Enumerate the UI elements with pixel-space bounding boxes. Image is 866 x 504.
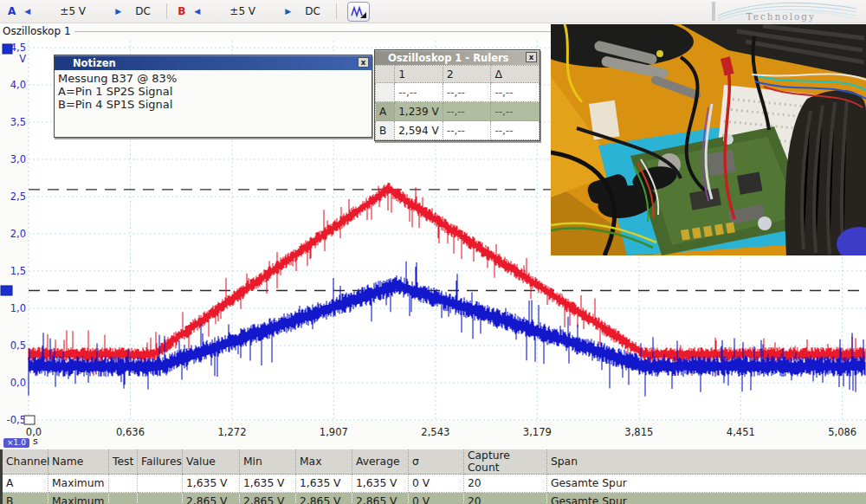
waveform-icon bbox=[350, 4, 367, 20]
measurement-col-header[interactable]: Capture Count bbox=[464, 449, 547, 475]
rulers-col-header bbox=[376, 66, 395, 83]
logo-text: Technology bbox=[746, 11, 816, 22]
x-tick-label: 5,086 bbox=[828, 426, 856, 438]
ruler-value: --,-- bbox=[491, 102, 540, 121]
ruler-handle-parked[interactable] bbox=[3, 44, 12, 54]
y-tick-label: 3,0 bbox=[10, 153, 26, 165]
measurement-cell: 1,635 V bbox=[352, 475, 409, 493]
rulers-col-header: 2 bbox=[443, 66, 491, 83]
x-tick-label: 2,543 bbox=[421, 426, 449, 438]
measurement-row[interactable]: AMaximum1,635 V1,635 V1,635 V1,635 V0 V2… bbox=[2, 475, 866, 493]
ruler-row[interactable]: A1,239 V--,----,-- bbox=[376, 102, 540, 121]
notes-window-titlebar[interactable]: Notizen x bbox=[55, 55, 372, 70]
channel-a-coupling-select[interactable]: DC bbox=[130, 5, 156, 17]
ruler-value: 1,239 V bbox=[395, 102, 443, 121]
x-tick-label: 1,907 bbox=[320, 426, 348, 438]
measurement-cell: 0 V bbox=[409, 493, 464, 504]
rulers-col-header: 1 bbox=[395, 66, 443, 83]
rulers-window: Oszilloskop 1 - Rulers x 12Δ --,----,---… bbox=[374, 49, 540, 141]
measurement-cell: 1,635 V bbox=[296, 475, 352, 493]
y-tick-label: 3,5 bbox=[10, 116, 26, 128]
channel-a-range-select[interactable]: ±5 V bbox=[39, 5, 107, 17]
y-tick-label: 0,0 bbox=[10, 377, 26, 389]
x-tick-label: 1,272 bbox=[218, 426, 247, 438]
x-tick-label: 4,451 bbox=[727, 426, 755, 438]
measurements-panel: ChannelNameTestFailuresValueMinMaxAverag… bbox=[0, 449, 866, 504]
measurement-cell: 1,635 V bbox=[183, 475, 240, 493]
ruler-value: --,-- bbox=[491, 121, 540, 140]
waveform-mode-button[interactable] bbox=[347, 2, 370, 22]
measurement-col-header[interactable]: Average bbox=[352, 449, 409, 475]
measurement-cell: 20 bbox=[464, 475, 547, 493]
channel-b-range-down-icon[interactable]: ◀ bbox=[191, 7, 204, 16]
y-tick-label: -0,5 bbox=[7, 414, 26, 426]
notes-window: Notizen x Messung B37 @ 83% A=Pin 1 SP2S… bbox=[54, 55, 372, 138]
channel-a-range-down-icon[interactable]: ◀ bbox=[21, 7, 34, 16]
y-tick-label: 1,0 bbox=[10, 302, 26, 314]
measurement-cell bbox=[109, 493, 138, 504]
measurement-cell: 1,635 V bbox=[240, 475, 296, 493]
measurement-cell: B bbox=[2, 493, 48, 504]
measurement-cell: 0 V bbox=[409, 475, 464, 493]
measurement-cell: 2,865 V bbox=[296, 493, 352, 504]
measurement-col-header[interactable]: Span bbox=[547, 449, 866, 475]
channel-a-range-up-icon[interactable]: ▶ bbox=[112, 7, 125, 16]
y-tick-label: 4,0 bbox=[10, 79, 26, 91]
measurement-cell bbox=[138, 475, 183, 493]
ruler-channel: B bbox=[376, 121, 395, 140]
ruler-channel bbox=[376, 83, 395, 102]
measurement-cell bbox=[109, 475, 138, 493]
measurement-col-header[interactable]: Failures bbox=[138, 449, 183, 475]
measurement-cell: Gesamte Spur bbox=[547, 493, 866, 504]
y-tick-label: 0,5 bbox=[10, 339, 26, 352]
measurement-col-header[interactable]: Name bbox=[48, 449, 109, 475]
measurement-cell: A bbox=[2, 475, 48, 493]
scope-panel-title: Oszilloskop 1 bbox=[3, 25, 74, 37]
measurement-cell: 2,865 V bbox=[240, 493, 296, 504]
y-tick-label: 2,5 bbox=[10, 191, 26, 203]
channel-b-coupling-select[interactable]: DC bbox=[300, 5, 326, 17]
ruler-value: --,-- bbox=[491, 83, 540, 102]
measurement-col-header[interactable]: Min bbox=[240, 449, 296, 475]
measurement-cell bbox=[138, 493, 183, 504]
ruler-channel: A bbox=[376, 102, 395, 121]
photo-inset bbox=[551, 24, 866, 255]
toolbar-separator bbox=[166, 3, 167, 19]
notes-window-title: Notizen bbox=[73, 57, 116, 69]
rulers-close-icon[interactable]: x bbox=[526, 52, 537, 62]
ruler-value: 2,594 V bbox=[395, 121, 443, 140]
ruler-row[interactable]: B2,594 V--,----,-- bbox=[376, 121, 540, 140]
channel-b-range-select[interactable]: ±5 V bbox=[209, 5, 276, 17]
measurement-col-header[interactable]: Channel bbox=[2, 449, 48, 475]
measurement-col-header[interactable]: Test bbox=[109, 449, 138, 475]
channel-b-label: B bbox=[178, 5, 185, 17]
measurement-cell: 2,865 V bbox=[183, 493, 240, 504]
time-ruler-handle[interactable] bbox=[24, 416, 35, 424]
x-scale-badge[interactable]: ×1.0 bbox=[3, 438, 29, 448]
measurements-table: ChannelNameTestFailuresValueMinMaxAverag… bbox=[0, 449, 866, 504]
note-line: Messung B37 @ 83% bbox=[58, 72, 368, 85]
vendor-logo: Technology bbox=[696, 0, 861, 23]
notes-close-icon[interactable]: x bbox=[358, 57, 369, 68]
note-line: A=Pin 1 SP2S Signal bbox=[58, 85, 368, 98]
measurement-col-header[interactable]: σ bbox=[409, 449, 464, 475]
ruler-row[interactable]: --,----,----,-- bbox=[376, 83, 540, 102]
rulers-col-header: Δ bbox=[491, 66, 540, 83]
channel-a-label: A bbox=[8, 5, 16, 17]
measurement-row[interactable]: BMaximum2,865 V2,865 V2,865 V2,865 V0 V2… bbox=[2, 493, 866, 504]
ruler-handle-a[interactable] bbox=[1, 286, 12, 295]
measurement-cell: Maximum bbox=[48, 493, 109, 504]
ruler-value: --,-- bbox=[443, 102, 491, 121]
y-tick-label: 1,5 bbox=[10, 265, 26, 277]
x-axis-unit: s bbox=[33, 436, 38, 447]
y-axis-unit: V bbox=[19, 53, 26, 65]
measurement-col-header[interactable]: Value bbox=[183, 449, 240, 475]
measurement-col-header[interactable]: Max bbox=[296, 449, 352, 475]
ruler-value: --,-- bbox=[395, 83, 443, 102]
rulers-window-title: Oszilloskop 1 - Rulers bbox=[388, 52, 508, 64]
ruler-value: --,-- bbox=[443, 83, 491, 102]
channel-b-range-up-icon[interactable]: ▶ bbox=[281, 7, 294, 16]
note-line: B=Pin 4 SP1S Signal bbox=[58, 98, 368, 111]
measurement-cell: 2,865 V bbox=[352, 493, 409, 504]
rulers-window-titlebar[interactable]: Oszilloskop 1 - Rulers x bbox=[375, 50, 540, 65]
